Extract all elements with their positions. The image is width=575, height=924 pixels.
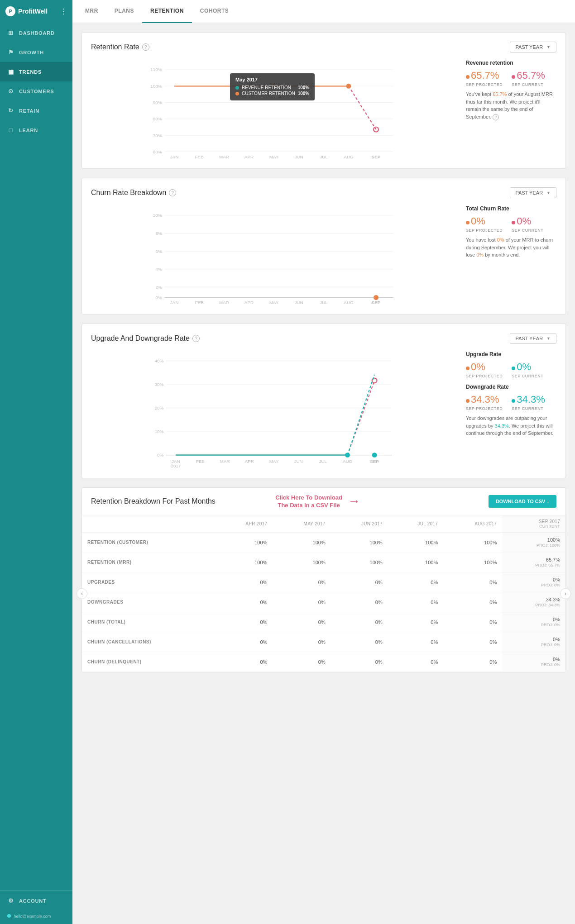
metric-churn-cancellations: CHURN (CANCELLATIONS): [82, 632, 215, 652]
sidebar-label-customers: CUSTOMERS: [19, 89, 54, 94]
churn-rate-title: Churn Rate Breakdown ?: [91, 189, 176, 197]
sidebar-label-learn: LEARN: [19, 128, 38, 133]
sidebar-label-trends: TRENDS: [19, 69, 42, 75]
top-nav-tabs: MRR PLANS RETENTION COHORTS: [72, 0, 237, 23]
svg-text:30%: 30%: [155, 382, 164, 387]
desc-help-icon[interactable]: ?: [493, 114, 499, 120]
svg-text:4%: 4%: [155, 267, 162, 271]
churn-highlight-1: 0%: [497, 237, 504, 243]
account-status-dot: [7, 914, 11, 918]
cta-line2: The Data In a CSV File: [275, 502, 342, 509]
svg-text:MAR: MAR: [220, 459, 230, 464]
svg-text:FEB: FEB: [196, 459, 205, 464]
churn-dot-sep: [374, 295, 379, 300]
chart-tooltip: May 2017 REVENUE RETENTION 100% CUSTOMER…: [230, 73, 315, 100]
cell-retention-customer-jul: 100%: [388, 533, 443, 552]
churn-rate-chart-area: 10% 8% 6% 4% 2% 0% JAN 2017 FEB MAR APR …: [91, 205, 457, 305]
downgrade-current-value: 34.3%: [512, 394, 545, 405]
churn-rate-card: Churn Rate Breakdown ? PAST YEAR ▼: [81, 178, 566, 314]
svg-text:2017: 2017: [171, 463, 181, 468]
learn-icon: □: [7, 127, 14, 133]
download-csv-button[interactable]: DOWNLOAD TO CSV ↓: [489, 495, 556, 508]
tab-retention[interactable]: RETENTION: [142, 0, 192, 23]
upgrade-downgrade-title: Upgrade And Downgrade Rate ?: [91, 334, 200, 343]
sidebar-item-retain[interactable]: ↻ RETAIN: [0, 101, 72, 120]
retention-highlight: 65.7%: [493, 91, 507, 97]
svg-text:MAR: MAR: [219, 300, 229, 305]
downgrade-proj-dot: [466, 399, 470, 403]
cell-churn-total-sep: 0% PROJ: 0%: [502, 612, 565, 632]
table-nav-left[interactable]: ‹: [77, 588, 87, 599]
cell-churn-delinquent-sep: 0% PROJ: 0%: [502, 652, 565, 672]
download-cta-area: Click Here To Download The Data In a CSV…: [275, 494, 360, 509]
tooltip-customer-value: 100%: [298, 91, 310, 96]
churn-side-title: Total Churn Rate: [466, 205, 556, 212]
svg-text:2017: 2017: [169, 159, 179, 159]
svg-text:APR: APR: [244, 154, 254, 159]
downgrade-side-title: Downgrade Rate: [466, 384, 556, 390]
upgrade-proj-dot: [466, 367, 470, 370]
cell-retention-mrr-sep: 65.7% PROJ: 65.7%: [502, 552, 565, 572]
retention-projected-label: SEP PROJECTED: [466, 82, 503, 87]
upgrade-downgrade-dropdown[interactable]: PAST YEAR ▼: [510, 333, 556, 344]
upgrade-current-label: SEP CURRENT: [512, 374, 543, 378]
download-header: Retention Breakdown For Past Months Clic…: [82, 488, 565, 515]
sidebar-item-trends[interactable]: ▦ TRENDS: [0, 62, 72, 81]
table-header-row: APR 2017 MAY 2017 JUN 2017 JUL 2017 AUG …: [82, 515, 565, 533]
retention-rate-dropdown[interactable]: PAST YEAR ▼: [510, 42, 556, 52]
col-jul2017: JUL 2017: [388, 515, 443, 533]
logo-area: P ProfitWell ⋮: [0, 0, 72, 23]
churn-rate-help-icon[interactable]: ?: [169, 189, 176, 196]
upgrade-downgrade-help-icon[interactable]: ?: [192, 335, 200, 342]
app-name: ProfitWell: [18, 8, 48, 15]
retention-rate-chart-container: May 2017 REVENUE RETENTION 100% CUSTOMER…: [91, 60, 556, 159]
sidebar-bottom: ⚙ ACCOUNT hello@example.com: [0, 891, 72, 924]
col-jun2017: JUN 2017: [331, 515, 388, 533]
sidebar-item-dashboard[interactable]: ⊞ DASHBOARD: [0, 23, 72, 43]
table-row: RETENTION (MRR) 100% 100% 100% 100% 100%…: [82, 552, 565, 572]
metric-churn-total: CHURN (TOTAL): [82, 612, 215, 632]
sidebar-item-account[interactable]: ⚙ ACCOUNT: [0, 891, 72, 910]
svg-text:10%: 10%: [155, 429, 164, 434]
table-row: DOWNGRADES 0% 0% 0% 0% 0% 34.3% PROJ: 34…: [82, 592, 565, 612]
cta-arrow-icon: →: [348, 495, 360, 508]
churn-rate-desc: You have lost 0% of your MRR to churn du…: [466, 236, 556, 259]
upgrade-downgrade-chart-container: 40% 30% 20% 10% 0% JAN 2017 FEB MAR APR …: [91, 351, 556, 469]
churn-projected-value: 0%: [466, 215, 503, 227]
downgrade-metrics: 34.3% SEP PROJECTED 34.3% SEP CURRENT: [466, 394, 556, 411]
svg-text:JUL: JUL: [319, 459, 327, 464]
svg-text:AUG: AUG: [343, 459, 352, 464]
svg-text:40%: 40%: [155, 358, 164, 363]
downgrade-current-label: SEP CURRENT: [512, 406, 545, 411]
svg-text:JUL: JUL: [320, 300, 328, 305]
churn-rate-dropdown[interactable]: PAST YEAR ▼: [510, 187, 556, 198]
cell-churn-cancel-sep: 0% PROJ: 0%: [502, 632, 565, 652]
menu-dots-icon[interactable]: ⋮: [60, 7, 67, 16]
svg-line-66: [348, 375, 375, 455]
svg-text:MAY: MAY: [269, 300, 279, 305]
sidebar-label-growth: GROWTH: [19, 50, 44, 55]
upgrade-projected-label: SEP PROJECTED: [466, 374, 503, 378]
table-nav-right[interactable]: ›: [560, 588, 571, 599]
sidebar-item-customers[interactable]: ⊙ CUSTOMERS: [0, 81, 72, 101]
svg-text:100%: 100%: [150, 84, 162, 89]
sidebar-item-learn[interactable]: □ LEARN: [0, 120, 72, 140]
retention-rate-help-icon[interactable]: ?: [142, 43, 149, 51]
tab-cohorts[interactable]: COHORTS: [192, 0, 237, 23]
retention-current-value: 65.7%: [512, 70, 545, 81]
svg-text:JUL: JUL: [320, 154, 328, 159]
sidebar: ⊞ DASHBOARD ⚑ GROWTH ▦ TRENDS ⊙ CUSTOMER…: [0, 23, 72, 924]
churn-current-label: SEP CURRENT: [512, 228, 543, 233]
upgrade-downgrade-header: Upgrade And Downgrade Rate ? PAST YEAR ▼: [91, 333, 556, 344]
tab-mrr[interactable]: MRR: [77, 0, 106, 23]
svg-line-65: [348, 381, 375, 455]
metric-churn-delinquent: CHURN (DELINQUENT): [82, 652, 215, 672]
downgrade-projected-block: 34.3% SEP PROJECTED: [466, 394, 503, 411]
sidebar-label-account: ACCOUNT: [19, 898, 47, 904]
sidebar-item-growth[interactable]: ⚑ GROWTH: [0, 43, 72, 62]
downgrade-current-dot: [512, 399, 515, 403]
retention-table: APR 2017 MAY 2017 JUN 2017 JUL 2017 AUG …: [82, 515, 565, 672]
metric-retention-mrr: RETENTION (MRR): [82, 552, 215, 572]
top-nav: P ProfitWell ⋮ MRR PLANS RETENTION COHOR…: [0, 0, 575, 23]
tab-plans[interactable]: PLANS: [106, 0, 142, 23]
